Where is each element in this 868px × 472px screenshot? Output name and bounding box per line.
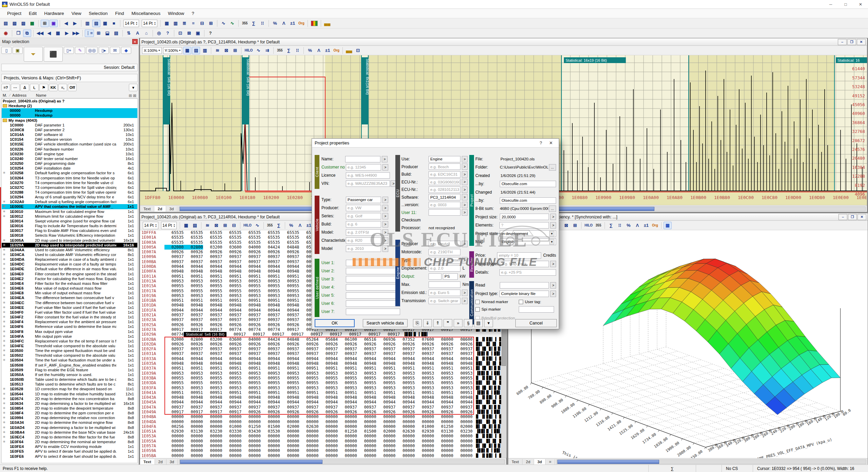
toolbar-icon-10[interactable]: 355 [594,222,603,229]
dialog-close-icon[interactable]: ✕ [546,140,556,145]
hex-value[interactable]: 00944 [434,400,453,405]
hex-value[interactable]: 00937 [453,351,473,356]
hex-value[interactable]: 00937 [453,405,473,410]
map-row[interactable]: 1C0230DAF engine type10x1 [2,152,137,156]
hex-value[interactable]: 00955 [280,289,299,293]
hex-value[interactable]: 00951 [338,366,357,371]
hex-value[interactable]: 00948 [434,361,453,366]
hex-value[interactable]: 00000 [396,439,415,444]
toolbar-icon-6[interactable]: ≋ [203,222,212,229]
hex-value[interactable]: 00955 [299,380,319,385]
hex-value[interactable]: 00944 [453,400,473,405]
filter-button-6[interactable]: ≡, [58,84,67,91]
hex-address[interactable]: 1E041A [140,390,164,395]
hex-value[interactable]: 00926 [415,410,434,414]
map-row[interactable]: ✳1E04E4Filter factor for the exhaust mas… [2,281,137,286]
hex-address[interactable]: 1E01BA [140,298,164,303]
hex-value[interactable]: 65535 [241,235,261,240]
hex-value[interactable]: 00000 [338,444,357,448]
hex-address[interactable]: 1E011A [140,274,164,279]
hex-value[interactable]: 00955 [164,289,184,293]
hex-value[interactable]: 00953 [434,386,453,390]
map-row[interactable]: 1E050BTable used to determine which faul… [2,377,137,382]
hex-value[interactable]: 00000 [241,434,261,438]
toolbar-icon-20[interactable]: ◎ [155,29,163,37]
hex-value[interactable]: 00953 [203,386,222,390]
map-row[interactable]: ✳1E04DEDefault value for difference in a… [2,267,137,271]
engine-input[interactable] [429,273,441,280]
hex-value[interactable]: 00926 [164,342,184,347]
map-inline-label[interactable]: Statistical: 5x6 (16 Bit) [184,332,226,337]
map-row[interactable]: 1E0014Swept volume engine (used for engi… [2,219,137,223]
toolbar-icon-3[interactable]: ▩ [28,20,36,27]
hex-value[interactable]: 00951 [299,366,319,371]
hex-address[interactable]: 1E001A [140,235,164,240]
map-row[interactable]: ✳1E0010Maximum limit for calculated engi… [2,209,137,214]
hex-value[interactable]: 00937 [241,351,261,356]
hex-value[interactable]: 00948 [396,361,415,366]
hex-value[interactable]: 00953 [376,371,396,376]
map-row[interactable]: ✳1E05281D correction map for the dewpoin… [2,387,137,391]
hex-value[interactable]: 00951 [318,390,338,395]
hex-value[interactable]: 00944 [261,264,280,269]
hex-value[interactable]: 00944 [184,308,203,313]
hex-value[interactable]: 00926 [222,322,241,327]
hex-value[interactable]: 65535 [280,235,299,240]
hex-value[interactable]: 00000 [376,424,396,429]
hex-value[interactable]: 00937 [184,317,203,322]
map-row[interactable]: ✳1E06342D map determining a factor to be… [2,401,137,406]
hex-value[interactable]: 00000 [357,434,376,438]
hex-value[interactable]: 00926 [164,250,184,254]
toolbar-icon-24[interactable]: ⊞ [207,20,215,27]
hex-value[interactable]: 01500 [261,424,280,429]
ecu-input[interactable]: e.g. 0281012113 [429,186,460,193]
map-row[interactable]: ✳1E04F6Reference value used to determine… [2,324,137,329]
toolbar-icon-23[interactable]: ⊟ [198,20,206,27]
map-row[interactable]: 1C0254DAF installation date4x1 [2,166,137,171]
hex-value[interactable]: 00951 [280,298,299,303]
hex-value[interactable]: 00944 [338,356,357,361]
hex-value[interactable]: 00944 [222,356,241,361]
hex-value[interactable]: 00955 [222,380,241,385]
hex-value[interactable]: 00955 [241,283,261,288]
toolbar-icon-7[interactable]: ⊞ [571,222,579,229]
hex-value[interactable]: 00000 [318,439,338,444]
hex-value[interactable]: 00926 [376,410,396,414]
tab-text[interactable]: Text [140,459,155,465]
hex-value[interactable]: 00953 [338,386,357,390]
child-minimize-icon[interactable]: ⎯ [839,214,847,220]
hex-value[interactable]: 65535 [222,235,241,240]
toolbar-icon-9[interactable]: ∿ [254,47,262,54]
toolbar-icon-22[interactable]: ≡ [189,20,197,27]
hex-value[interactable]: 00000 [434,434,453,438]
ecu-input[interactable]: e.g. EDC16C31 [429,171,460,178]
hex-value[interactable]: 00951 [261,298,280,303]
hex-value[interactable]: 00000 [376,419,396,424]
hex-value[interactable]: 00937 [203,405,222,410]
hex-address[interactable]: 1E02BA [140,337,164,342]
engine-input-2[interactable]: PS [443,273,458,280]
map-row[interactable]: ✳1E04CAUsed to calculate AMF Volumetric … [2,252,137,257]
hex-value[interactable]: 00951 [203,390,222,395]
hex-value[interactable]: 00955 [203,283,222,288]
hex-value[interactable]: 00944 [261,400,280,405]
hex-value[interactable]: 00955 [434,376,453,380]
hex-value[interactable]: 00937 [299,351,319,356]
hex-value[interactable]: 02000 [164,337,184,342]
hex-address[interactable]: 1E037A [140,366,164,371]
toolbar-icon-16[interactable]: ±1 [642,222,650,229]
map-row[interactable]: 1C0288T4 compensation trim time for Spil… [2,190,137,195]
hex-value[interactable]: 00926 [203,322,222,327]
hex-value[interactable]: 01000 [415,424,434,429]
hex-value[interactable]: 07600 [415,337,434,342]
map-row[interactable]: ✳1E0500Time the engine speed fluctuation… [2,348,137,353]
map-row[interactable]: 1E0FE6APV to select if derate fuel shoul… [2,454,137,459]
hex-value[interactable]: 00953 [261,293,280,298]
hex-address[interactable]: 1E057A [140,444,164,448]
hex-value[interactable]: 00926 [222,342,241,347]
toolbar-icon-14[interactable]: ▤ [112,29,120,37]
hex-value[interactable]: 00944 [164,308,184,313]
hex-value[interactable]: 00926 [241,410,261,414]
hex-value[interactable]: 00000 [434,419,453,424]
hex-value[interactable]: 00000 [396,434,415,438]
